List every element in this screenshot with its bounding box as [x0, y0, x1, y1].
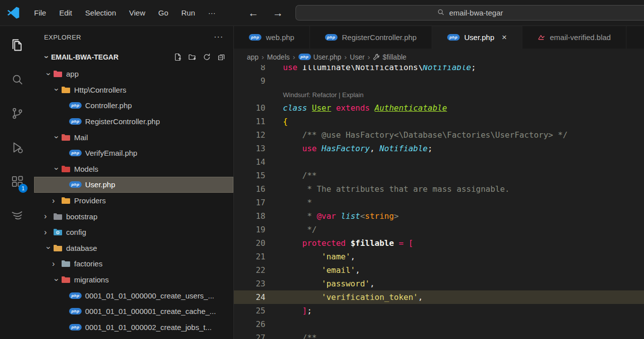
menu-view[interactable]: View	[123, 0, 152, 26]
menu-run[interactable]: Run	[175, 0, 202, 26]
menu-file[interactable]: File	[28, 0, 53, 26]
activity-search-icon[interactable]	[0, 62, 34, 96]
search-icon	[437, 8, 445, 18]
code-line-12[interactable]: 12 /** @use HasFactory<\Database\Factori…	[234, 128, 644, 142]
code-line-26[interactable]: 26	[234, 317, 644, 331]
tree-item-database[interactable]: ›database	[34, 240, 233, 256]
code-line-16[interactable]: 16 * The attributes that are mass assign…	[234, 182, 644, 196]
refresh-button[interactable]	[203, 53, 211, 61]
code-line-18[interactable]: 18 * @var list<string>	[234, 209, 644, 223]
editor-area: phpweb.phpphpRegisterController.phpphpUs…	[234, 26, 644, 339]
tree-item-label: VerifyEmail.php	[85, 149, 137, 157]
line-number: 12	[234, 128, 265, 142]
blade-icon	[537, 34, 545, 41]
activity-extensions-icon[interactable]: 1	[0, 164, 34, 198]
line-text: protected $fillable = [	[265, 236, 413, 250]
command-center-search[interactable]: email-bwa-tegar	[295, 5, 644, 21]
code-line-14[interactable]: 14	[234, 155, 644, 169]
code-line-27[interactable]: 27 /**	[234, 331, 644, 339]
chevron-right-icon: ›	[52, 196, 61, 205]
sidebar-title: EXPLORER	[44, 34, 81, 41]
code-line-10[interactable]: 10class User extends Authenticatable	[234, 101, 644, 115]
code-line-8[interactable]: 8use Illuminate\Notifications\Notifiable…	[234, 65, 644, 74]
tree-item-controller-php[interactable]: phpController.php	[34, 98, 233, 114]
tab-web-php[interactable]: phpweb.php	[234, 26, 310, 49]
tree-item-0001-01-01-000000-create-users[interactable]: php0001_01_01_000000_create_users_...	[34, 287, 233, 303]
chevron-right-icon: ›	[44, 228, 53, 237]
tree-item-app[interactable]: ›app	[34, 66, 233, 82]
code-line-20[interactable]: 20 protected $fillable = [	[234, 236, 644, 250]
php-icon: php	[447, 34, 460, 41]
code-line-11[interactable]: 11{	[234, 115, 644, 128]
code-line-15[interactable]: 15 /**	[234, 169, 644, 182]
activity-explorer-icon[interactable]	[0, 28, 34, 62]
tree-item-bootstrap[interactable]: ›bootstrap	[34, 208, 233, 224]
line-number: 24	[234, 290, 265, 304]
tree-item-models[interactable]: ›Models	[34, 161, 233, 177]
collapse-all-button[interactable]	[217, 53, 225, 61]
code-line-13[interactable]: 13 use HasFactory, Notifiable;	[234, 142, 644, 155]
line-text: */	[265, 223, 316, 236]
tree-item-label: 0001_01_01_000001_create_cache_...	[85, 307, 216, 315]
close-icon[interactable]: ×	[502, 33, 507, 43]
code-line-9[interactable]: 9	[234, 74, 644, 88]
tab-user-php[interactable]: phpUser.php×	[432, 26, 522, 49]
tree-item-mail[interactable]: ›Mail	[34, 129, 233, 145]
search-value: email-bwa-tegar	[449, 9, 503, 17]
tree-item-0001-01-01-000001-create-cache[interactable]: php0001_01_01_000001_create_cache_...	[34, 303, 233, 319]
line-text: use Illuminate\Notifications\Notifiable;	[265, 65, 476, 74]
nav-forward-button[interactable]: →	[273, 7, 283, 19]
tree-item-factories[interactable]: ›factories	[34, 256, 233, 272]
new-folder-button[interactable]	[188, 53, 196, 61]
menu-selection[interactable]: Selection	[79, 0, 123, 26]
menu-more[interactable]: ···	[202, 0, 222, 26]
tab-label: email-verified.blad	[550, 33, 611, 42]
tree-item-verifyemail-php[interactable]: phpVerifyEmail.php	[34, 145, 233, 161]
line-text	[265, 155, 283, 169]
code-line-23[interactable]: 23 'password',	[234, 277, 644, 290]
codelens-windsurf[interactable]: Windsurf: Refactor | Explain	[234, 88, 644, 101]
chevron-down-icon: ›	[44, 243, 53, 252]
tree-item-label: app	[66, 70, 79, 78]
more-actions-button[interactable]: ···	[214, 33, 223, 42]
breadcrumb-user-php[interactable]: phpUser.php	[298, 53, 342, 61]
menu-go[interactable]: Go	[152, 0, 175, 26]
menu-bar: FileEditSelectionViewGoRun···	[28, 0, 222, 26]
code-line-21[interactable]: 21 'name',	[234, 250, 644, 263]
tree-item-0001-01-01-000002-create-jobs-t[interactable]: php0001_01_01_000002_create_jobs_t...	[34, 319, 233, 335]
php-icon: php	[325, 34, 338, 41]
breadcrumb-fillable[interactable]: $fillable	[373, 53, 406, 61]
activity-windsurf-icon[interactable]	[0, 198, 34, 232]
line-text: *	[265, 196, 312, 209]
code-line-24[interactable]: 24 'verification_token',	[234, 290, 644, 304]
tree-item-migrations[interactable]: ›migrations	[34, 272, 233, 288]
code-editor[interactable]: 8use Illuminate\Notifications\Notifiable…	[234, 65, 644, 339]
breadcrumb: app›Models›phpUser.php›User›$fillable	[234, 49, 644, 65]
new-file-button[interactable]	[174, 53, 182, 61]
php-file-icon: php	[69, 308, 82, 314]
line-number: 11	[234, 115, 265, 128]
menu-edit[interactable]: Edit	[53, 0, 79, 26]
tree-item-providers[interactable]: ›Providers	[34, 193, 233, 209]
tree-item-config[interactable]: ›config	[34, 224, 233, 240]
nav-back-button[interactable]: ←	[248, 7, 259, 19]
breadcrumb-label: User	[350, 53, 365, 61]
code-line-17[interactable]: 17 *	[234, 196, 644, 209]
tab-label: User.php	[464, 33, 494, 42]
tree-item-http-controllers[interactable]: ›Http\Controllers	[34, 82, 233, 98]
activity-run-debug-icon[interactable]	[0, 130, 34, 164]
code-line-19[interactable]: 19 */	[234, 223, 644, 236]
tab-registercontroller-php[interactable]: phpRegisterController.php	[310, 26, 432, 49]
breadcrumb-app[interactable]: app	[247, 53, 258, 61]
code-line-25[interactable]: 25 ];	[234, 304, 644, 317]
tab-email-verified-blad[interactable]: email-verified.blad	[522, 26, 626, 49]
breadcrumb-user[interactable]: User	[350, 53, 365, 61]
code-line-22[interactable]: 22 'email',	[234, 263, 644, 277]
line-number: 21	[234, 250, 265, 263]
line-number: 15	[234, 169, 265, 182]
activity-source-control-icon[interactable]	[0, 96, 34, 130]
tree-item-user-php[interactable]: phpUser.php	[34, 177, 233, 193]
tree-item-registercontroller-php[interactable]: phpRegisterController.php	[34, 114, 233, 130]
project-section-header[interactable]: › EMAIL-BWA-TEGAR	[34, 48, 233, 66]
breadcrumb-models[interactable]: Models	[267, 53, 289, 61]
